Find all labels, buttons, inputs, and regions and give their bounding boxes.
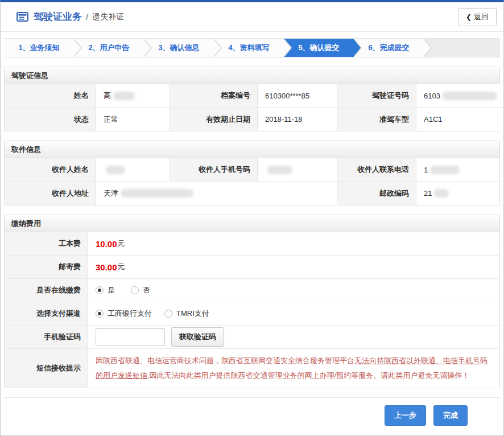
get-code-button[interactable]: 获取验证码 [171,327,224,347]
radio-unchecked-icon[interactable] [164,310,172,318]
step-1-business-notice[interactable]: 1、业务须知 [4,39,74,57]
step-2-user-declaration[interactable]: 2、用户申告 [74,39,144,57]
radio-label: 是 [108,285,115,295]
breadcrumb-current: 遗失补证 [92,12,124,22]
file-number-label: 档案编号 [170,84,258,108]
fees-section-title: 缴纳费用 [4,215,500,232]
file-number-value: 610300****85 [258,84,337,108]
masked-value [430,166,460,174]
expiry-label: 有效期止日期 [170,108,258,131]
sms-code-row: 获取验证码 [88,326,499,349]
step-label: 2、用户申告 [88,43,129,52]
radio-channel-icbc[interactable]: 工商银行支付 [96,309,152,319]
step-label: 3、确认信息 [158,43,199,52]
radio-label: TMRI支付 [176,309,209,319]
back-button[interactable]: ❮ 返回 [458,8,497,26]
name-label: 姓名 [5,84,96,108]
pickup-info-section: 取件信息 收件人姓名 收件人手机号码 收件人联系电话 1 收件人地址 天津 邮政… [4,141,500,205]
sms-notice-label: 短信接收提示 [5,349,88,388]
step-label: 4、资料填写 [228,43,269,52]
vehicle-class-value: A1C1 [416,108,504,131]
finish-button[interactable]: 完成 [433,405,468,426]
breadcrumb-separator: / [86,12,88,22]
masked-value [443,92,497,100]
license-menu-icon [16,12,28,22]
radio-unchecked-icon[interactable] [131,286,139,294]
page-header: 驾驶证业务 / 遗失补证 ❮ 返回 [1,2,503,32]
postal-code-label: 邮政编码 [337,182,416,205]
recipient-mobile-label: 收件人手机号码 [170,158,258,182]
masked-value [121,189,193,198]
name-value: 高 [96,84,170,108]
previous-step-button[interactable]: 上一步 [385,405,426,426]
step-label: 5、确认提交 [298,43,339,52]
recipient-phone-value: 1 [416,158,499,182]
radio-online-yes[interactable]: 是 [96,285,115,295]
radio-online-no[interactable]: 否 [131,285,150,295]
fees-section: 缴纳费用 工本费 10.00元 邮寄费 30.00元 是否在线缴费 是 [4,215,500,388]
masked-value [106,166,125,174]
license-info-table: 姓名 高 档案编号 610300****85 驾驶证号码 6103 状态 正常 … [4,84,500,131]
fee-amount: 30.00 [96,262,117,272]
recipient-mobile-value [258,158,337,182]
pickup-info-table: 收件人姓名 收件人手机号码 收件人联系电话 1 收件人地址 天津 邮政编码 21 [4,158,500,205]
license-info-section: 驾驶证信息 姓名 高 档案编号 610300****85 驾驶证号码 6103 … [4,67,500,131]
fee-unit: 元 [118,262,125,272]
masked-value [267,166,292,174]
page: 驾驶证业务 / 遗失补证 ❮ 返回 1、业务须知 2、用户申告 3、确认信息 4… [0,0,504,436]
fees-table: 工本费 10.00元 邮寄费 30.00元 是否在线缴费 是 否 [4,232,500,388]
step-5-confirm-submit[interactable]: 5、确认提交 [284,39,354,57]
pickup-section-title: 取件信息 [4,141,500,158]
recipient-name-label: 收件人姓名 [5,158,96,182]
page-title: 驾驶证业务 [34,10,82,23]
expiry-value: 2018-11-18 [258,108,337,131]
masked-value [113,92,135,100]
radio-label: 否 [143,285,150,295]
recipient-address-value: 天津 [96,182,337,205]
step-label: 6、完成提交 [368,43,409,52]
step-bar-filler [424,39,500,57]
production-fee-label: 工本费 [5,232,88,256]
radio-checked-icon[interactable] [96,310,104,318]
step-6-finish-submit[interactable]: 6、完成提交 [354,39,424,57]
recipient-phone-label: 收件人联系电话 [337,158,416,182]
license-number-label: 驾驶证号码 [337,84,416,108]
step-4-fill-data[interactable]: 4、资料填写 [214,39,284,57]
vehicle-class-label: 准驾车型 [337,108,416,131]
radio-checked-icon[interactable] [96,286,104,294]
chevron-left-icon: ❮ [466,13,472,21]
recipient-address-label: 收件人地址 [5,182,96,205]
license-section-title: 驾驶证信息 [4,67,500,84]
masked-value [434,189,449,198]
mailing-fee-value: 30.00元 [88,256,499,279]
license-number-value: 6103 [416,84,504,108]
footer-actions: 上一步 完成 [4,397,500,426]
step-3-confirm-info[interactable]: 3、确认信息 [144,39,214,57]
postal-code-value: 21 [416,182,499,205]
status-value: 正常 [96,108,170,131]
step-label: 1、业务须知 [18,43,59,52]
sms-code-label: 手机验证码 [5,326,88,349]
sms-notice-text: 因陕西省联通、电信运营商技术问题，陕西省互联网交通安全综合服务管理平台无法向持陕… [88,349,499,388]
fee-amount: 10.00 [96,239,117,249]
production-fee-value: 10.00元 [88,232,499,256]
online-payment-label: 是否在线缴费 [5,279,88,302]
payment-channel-label: 选择支付渠道 [5,302,88,326]
fee-unit: 元 [118,238,125,249]
recipient-name-value [96,158,170,182]
step-progress-bar: 1、业务须知 2、用户申告 3、确认信息 4、资料填写 5、确认提交 6、完成提… [4,38,500,57]
back-button-label: 返回 [474,12,489,22]
payment-channel-options: 工商银行支付 TMRI支付 [88,302,499,326]
radio-label: 工商银行支付 [108,309,152,319]
mailing-fee-label: 邮寄费 [5,256,88,279]
status-label: 状态 [5,108,96,131]
online-payment-options: 是 否 [88,279,499,302]
radio-channel-tmri[interactable]: TMRI支付 [164,309,209,319]
sms-code-input[interactable] [96,328,165,346]
